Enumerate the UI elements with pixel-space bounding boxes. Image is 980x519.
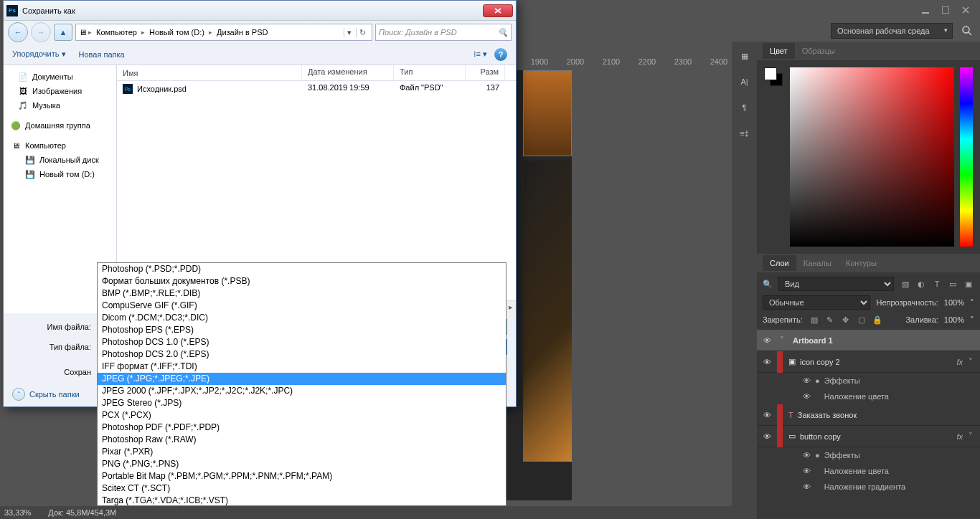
refresh-icon[interactable]: ↻: [356, 28, 369, 37]
lock-artboard-icon[interactable]: ▢: [856, 314, 867, 325]
tab-layers[interactable]: Слои: [763, 255, 796, 271]
nav-up-button[interactable]: ▲: [54, 24, 72, 41]
lock-pixels-icon[interactable]: ▨: [809, 314, 820, 325]
tree-item-images[interactable]: 🖼Изображения: [5, 84, 115, 98]
filetype-option[interactable]: Pixar (*.PXR): [98, 446, 506, 458]
file-list-header[interactable]: Имя Дата изменения Тип Разм: [117, 65, 516, 81]
tree-item-new-volume[interactable]: 💾Новый том (D:): [5, 167, 115, 181]
layer-name[interactable]: Заказать звонок: [798, 411, 857, 419]
help-button[interactable]: ?: [494, 48, 507, 61]
filetype-option[interactable]: PCX (*.PCX): [98, 409, 506, 422]
saturation-brightness-field[interactable]: [790, 67, 954, 247]
col-size[interactable]: Разм: [466, 65, 505, 80]
layer-effect-row[interactable]: 👁●Наложение цвета: [757, 389, 980, 404]
filter-pixel-icon[interactable]: ▧: [900, 278, 911, 290]
filetype-dropdown-list[interactable]: Photoshop (*.PSD;*.PDD)Формат больших до…: [97, 262, 507, 506]
crumb-dropdown-icon[interactable]: ▾: [344, 28, 354, 37]
filetype-option[interactable]: BMP (*.BMP;*.RLE;*.DIB): [98, 287, 506, 300]
filter-shape-icon[interactable]: ▭: [947, 278, 958, 290]
properties-icon[interactable]: ▦: [737, 49, 753, 63]
expand-toggle[interactable]: ˅: [777, 335, 787, 345]
visibility-toggle[interactable]: 👁: [757, 432, 777, 441]
col-type[interactable]: Тип: [394, 65, 466, 80]
workspace-dropdown[interactable]: Основная рабочая среда: [831, 23, 953, 39]
filetype-option[interactable]: JPEG (*.JPG;*.JPEG;*.JPE): [98, 373, 506, 385]
hue-slider[interactable]: [960, 67, 973, 247]
layer-row[interactable]: 👁 ▣icon copy 2 fx˅: [757, 351, 980, 373]
color-picker[interactable]: [757, 60, 980, 254]
tree-item-documents[interactable]: 📄Документы: [5, 70, 115, 84]
foreground-swatch[interactable]: [764, 67, 777, 80]
layer-name[interactable]: icon copy 2: [800, 358, 840, 366]
filetype-option[interactable]: JPEG Stereo (*.JPS): [98, 397, 506, 409]
visibility-toggle[interactable]: 👁: [757, 358, 777, 366]
filetype-option[interactable]: Photoshop DCS 1.0 (*.EPS): [98, 336, 506, 348]
layer-effect-row[interactable]: 👁●Эффекты: [757, 373, 980, 389]
col-date[interactable]: Дата изменения: [302, 65, 394, 80]
tree-item-computer[interactable]: 🖥Компьютер: [5, 138, 115, 153]
zoom-level[interactable]: 33,33%: [4, 508, 31, 517]
fx-badge[interactable]: fx: [956, 358, 966, 366]
layer-effect-row[interactable]: 👁●Наложение градиента: [757, 479, 980, 495]
lock-all-icon[interactable]: 🔒: [872, 314, 883, 325]
view-mode-button[interactable]: ⁞≡ ▾: [473, 49, 487, 59]
layer-row[interactable]: 👁 TЗаказать звонок: [757, 404, 980, 426]
artboard-name[interactable]: Artboard 1: [787, 336, 976, 345]
adjustments-icon[interactable]: ≡‡: [737, 126, 753, 141]
layer-effect-row[interactable]: 👁●Эффекты: [757, 447, 980, 463]
organize-button[interactable]: Упорядочить ▾: [12, 49, 66, 59]
layer-filter-type[interactable]: Вид: [778, 277, 894, 291]
filetype-option[interactable]: Photoshop PDF (*.PDF;*.PDP): [98, 422, 506, 434]
search-input[interactable]: Поиск: Дизайн в PSD 🔍: [375, 24, 512, 41]
close-button[interactable]: [956, 3, 976, 17]
filetype-option[interactable]: Photoshop (*.PSD;*.PDD): [98, 263, 506, 275]
file-row[interactable]: PsИсходник.psd 31.08.2019 19:59 Файл "PS…: [117, 81, 516, 97]
filetype-option[interactable]: Photoshop EPS (*.EPS): [98, 324, 506, 336]
tab-swatches[interactable]: Образцы: [795, 43, 842, 59]
filter-adjust-icon[interactable]: ◐: [915, 278, 927, 290]
breadcrumb[interactable]: 🖥▸ Компьютер▸ Новый том (D:)▸ Дизайн в P…: [75, 24, 372, 41]
nav-forward-button[interactable]: →: [31, 22, 51, 42]
filetype-option[interactable]: CompuServe GIF (*.GIF): [98, 300, 506, 312]
hide-folders-toggle[interactable]: ˄ Скрыть папки: [12, 381, 91, 401]
visibility-toggle[interactable]: 👁: [757, 411, 777, 419]
breadcrumb-seg[interactable]: Дизайн в PSD: [214, 28, 271, 37]
breadcrumb-seg[interactable]: Новый том (D:): [146, 28, 207, 37]
nav-back-button[interactable]: ←: [8, 22, 28, 42]
tab-color[interactable]: Цвет: [763, 43, 795, 59]
paragraph-icon[interactable]: ¶: [737, 100, 753, 115]
filetype-option[interactable]: Scitex CT (*.SCT): [98, 482, 506, 495]
filter-type-icon[interactable]: T: [931, 278, 943, 290]
filetype-option[interactable]: Targa (*.TGA;*.VDA;*.ICB;*.VST): [98, 495, 506, 506]
fill-value[interactable]: 100%: [944, 315, 964, 324]
character-icon[interactable]: A|: [737, 75, 753, 89]
filetype-option[interactable]: Portable Bit Map (*.PBM;*.PGM;*.PPM;*.PN…: [98, 470, 506, 482]
tree-item-music[interactable]: 🎵Музыка: [5, 98, 115, 113]
visibility-toggle[interactable]: 👁: [757, 336, 777, 345]
layer-name[interactable]: button copy: [800, 432, 841, 441]
tree-item-homegroup[interactable]: 🟢Домашняя группа: [5, 118, 115, 133]
minimize-button[interactable]: [915, 3, 936, 17]
blend-mode-select[interactable]: Обычные: [763, 295, 870, 310]
artboard-row[interactable]: 👁 ˅ Artboard 1: [757, 330, 980, 351]
lock-position-brush-icon[interactable]: ✎: [824, 314, 836, 325]
filetype-option[interactable]: IFF формат (*.IFF;*.TDI): [98, 361, 506, 373]
maximize-button[interactable]: [936, 3, 956, 17]
col-name[interactable]: Имя: [117, 65, 302, 80]
fg-bg-swatches[interactable]: [764, 67, 784, 247]
fx-badge[interactable]: fx: [956, 432, 966, 441]
filetype-option[interactable]: JPEG 2000 (*.JPF;*.JPX;*.JP2;*.J2C;*.J2K…: [98, 385, 506, 397]
filetype-option[interactable]: Photoshop Raw (*.RAW): [98, 434, 506, 446]
new-folder-button[interactable]: Новая папка: [79, 50, 125, 59]
opacity-value[interactable]: 100%: [944, 298, 964, 307]
layers-list[interactable]: 👁 ˅ Artboard 1 👁 ▣icon copy 2 fx˅ 👁●Эффе…: [757, 330, 980, 519]
search-icon[interactable]: [961, 25, 973, 37]
filetype-option[interactable]: Формат больших документов (*.PSB): [98, 275, 506, 287]
filetype-option[interactable]: PNG (*.PNG;*.PNS): [98, 458, 506, 470]
filter-smart-icon[interactable]: ▣: [963, 278, 974, 290]
breadcrumb-seg[interactable]: Компьютер: [93, 28, 140, 37]
layer-row[interactable]: 👁 ▭button copy fx˅: [757, 426, 980, 447]
dialog-titlebar[interactable]: Ps Сохранить как: [4, 1, 516, 21]
tab-channels[interactable]: Каналы: [796, 255, 839, 271]
lock-move-icon[interactable]: ✥: [840, 314, 852, 325]
